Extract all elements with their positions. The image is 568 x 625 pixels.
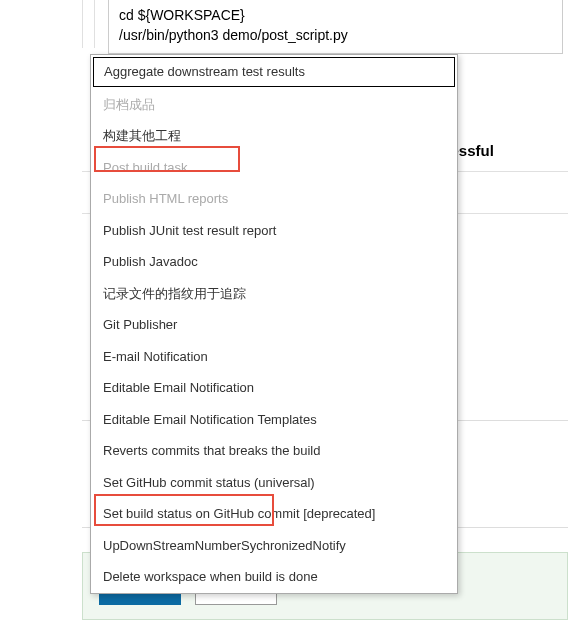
dropdown-item-15[interactable]: UpDownStreamNumberSychronizedNotify [91,530,457,562]
script-line-1: cd ${WORKSPACE} [119,7,245,23]
script-line-2: /usr/bin/python3 demo/post_script.py [119,27,348,43]
dropdown-item-4[interactable]: Publish HTML reports [91,183,457,215]
dropdown-item-13[interactable]: Set GitHub commit status (universal) [91,467,457,499]
dropdown-item-5[interactable]: Publish JUnit test result report [91,215,457,247]
dropdown-item-14[interactable]: Set build status on GitHub commit [depre… [91,498,457,530]
dropdown-item-12[interactable]: Reverts commits that breaks the build [91,435,457,467]
post-build-actions-dropdown: Aggregate downstream test results归档成品构建其… [90,54,458,594]
dropdown-item-3[interactable]: Post build task [91,152,457,184]
dropdown-item-2[interactable]: 构建其他工程 [91,120,457,152]
script-content[interactable]: cd ${WORKSPACE} /usr/bin/python3 demo/po… [108,0,563,54]
dropdown-item-16[interactable]: Delete workspace when build is done [91,561,457,593]
dropdown-item-0[interactable]: Aggregate downstream test results [93,57,455,87]
dropdown-item-1[interactable]: 归档成品 [91,89,457,121]
dropdown-item-7[interactable]: 记录文件的指纹用于追踪 [91,278,457,310]
dropdown-item-10[interactable]: Editable Email Notification [91,372,457,404]
dropdown-item-8[interactable]: Git Publisher [91,309,457,341]
dropdown-item-11[interactable]: Editable Email Notification Templates [91,404,457,436]
dropdown-item-9[interactable]: E-mail Notification [91,341,457,373]
dropdown-item-6[interactable]: Publish Javadoc [91,246,457,278]
